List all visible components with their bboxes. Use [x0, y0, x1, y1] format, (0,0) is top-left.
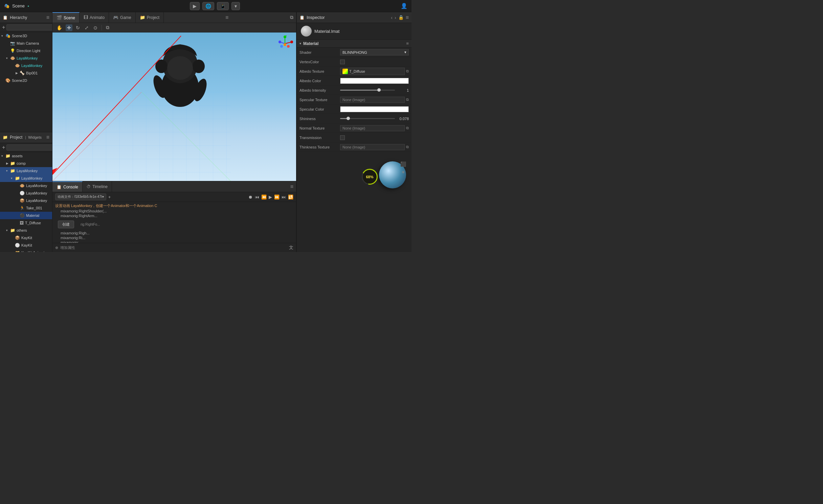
scene-viewport[interactable]: Y — [52, 32, 296, 181]
hierarchy-item-laya-monkey-child[interactable]: 🐵 LayaMonkey — [0, 62, 52, 69]
tab-scene[interactable]: 🎬 Scene — [52, 12, 80, 23]
timeline-add-button[interactable]: + — [108, 194, 111, 200]
hierarchy-item-direction-light[interactable]: 💡 Direction Light — [0, 47, 52, 54]
dropdown-button[interactable]: ▾ — [231, 2, 240, 10]
albedo-color-bar[interactable] — [340, 78, 409, 84]
bottom-tab-menu: ≡ — [290, 181, 296, 192]
hierarchy-item-scene3d[interactable]: ▾ 🎭 Scene3D — [0, 32, 52, 40]
wireframe-button[interactable]: ⬛ — [400, 161, 406, 167]
lighting-button[interactable]: ☀ — [400, 169, 406, 175]
project-item-layamonkey-subfolder[interactable]: ▾ 📁 LayaMonkey — [0, 175, 52, 182]
vertex-color-label: VertexColor — [299, 60, 340, 64]
assets-icon: 📁 — [5, 154, 10, 158]
console-tab-icon: 📋 — [57, 185, 62, 189]
normal-texture-value: None (Image) ⧉ — [340, 125, 409, 131]
project-item-kaykit1[interactable]: 📦 KayKit — [0, 234, 52, 242]
albedo-texture-field[interactable]: T_Diffuse — [340, 68, 405, 75]
tab-timeline[interactable]: ⏱ Timeline — [83, 181, 112, 192]
albedo-intensity-slider[interactable]: 1 — [340, 88, 409, 92]
timeline-record-button[interactable]: ⏺ — [248, 194, 253, 200]
timeline-start-button[interactable]: ⏮ — [255, 194, 259, 200]
specular-texture-field[interactable]: None (Image) — [340, 97, 405, 103]
project-menu-button[interactable]: ≡ — [46, 134, 49, 140]
tab-animato[interactable]: 🎞 Animato — [80, 12, 109, 23]
project-item-layamonkey-sphere[interactable]: ⚪ LayaMonkey — [0, 189, 52, 197]
project-item-tdiffuse[interactable]: 🖼 T_Diffuse — [0, 219, 52, 227]
project-item-material[interactable]: ⚫ Material — [0, 212, 52, 219]
translate-button[interactable]: 文 — [289, 245, 293, 251]
layafolder-label: LayaMonkey — [17, 169, 38, 173]
shininess-slider[interactable]: 0.078 — [340, 117, 409, 121]
project-item-layamonkey-folder[interactable]: ▾ 📁 LayaMonkey — [0, 167, 52, 175]
scene3d-icon: 🎭 — [5, 33, 10, 38]
timeline-prev-button[interactable]: ⏪ — [261, 194, 267, 200]
project-add-button[interactable]: + — [2, 144, 5, 151]
inspector-lock-button[interactable]: 🔒 — [398, 15, 404, 20]
tab-console[interactable]: 📋 Console — [52, 181, 83, 192]
thinkness-texture-link-icon[interactable]: ⧉ — [405, 145, 409, 149]
vertex-color-checkbox[interactable] — [340, 60, 345, 64]
console-line-2: mixamorig:RightArm... — [55, 214, 293, 218]
project-item-comp[interactable]: ▶ 📁 comp — [0, 160, 52, 167]
bottom-menu-button[interactable]: ≡ — [290, 184, 293, 190]
normal-texture-field[interactable]: None (Image) — [340, 125, 405, 131]
timeline-play-button[interactable]: ▶ — [269, 194, 272, 200]
camera-switch-button[interactable]: ⧉ — [290, 15, 293, 20]
shader-dropdown[interactable]: BLINNPHONG ▾ — [340, 49, 409, 55]
timeline-loop-button[interactable]: 🔁 — [288, 194, 293, 200]
device-button[interactable]: 📱 — [217, 2, 229, 10]
camera-view-button[interactable]: ⧉ — [105, 24, 111, 31]
material-section-menu-button[interactable]: ≡ — [406, 41, 409, 46]
rotate-tool-button[interactable]: ↻ — [74, 24, 81, 31]
specular-texture-link-icon[interactable]: ⧉ — [405, 97, 409, 102]
center-top: Y — [52, 32, 296, 252]
timeline-next-button[interactable]: ⏩ — [274, 194, 280, 200]
play-button[interactable]: ▶ — [190, 2, 200, 10]
hierarchy-menu-button[interactable]: ≡ — [46, 15, 49, 21]
main-layout: 📋 Hierarchy ≡ + ⧉ ▾ 🎭 Scene3D — [0, 12, 412, 252]
project-search-input[interactable] — [6, 144, 52, 151]
hierarchy-item-scene2d[interactable]: 🎨 Scene2D — [0, 77, 52, 84]
inspector-back-button[interactable]: ‹ — [391, 15, 393, 20]
scene3d-arrow: ▾ — [1, 34, 5, 38]
shader-label: Shader — [299, 50, 340, 54]
project-item-take001[interactable]: 🏃 Take_001 — [0, 204, 52, 212]
hierarchy-item-laya-monkey[interactable]: ▾ 🐵 LayaMonkey — [0, 54, 52, 62]
inspector-forward-button[interactable]: › — [395, 15, 396, 20]
project-item-kaykit2[interactable]: ⚪ KayKit — [0, 242, 52, 249]
hierarchy-search-input[interactable] — [6, 24, 52, 30]
inspector-menu-button[interactable]: ≡ — [406, 15, 409, 21]
create-button[interactable]: 创建 — [58, 221, 74, 228]
timeline-end-button[interactable]: ⏭ — [282, 194, 286, 200]
material-section-header[interactable]: ▾ Material ≡ — [297, 40, 412, 48]
shininess-thumb — [347, 117, 350, 120]
td-icon: 🖼 — [20, 221, 24, 225]
tab-game[interactable]: 🎮 Game — [109, 12, 136, 23]
hierarchy-item-main-camera[interactable]: 📷 Main Camera — [0, 40, 52, 47]
normal-texture-link-icon[interactable]: ⧉ — [405, 126, 409, 130]
project-item-layamonkey-box[interactable]: 📦 LayaMonkey — [0, 197, 52, 204]
game-tab-label: Game — [120, 15, 131, 20]
specular-color-bar[interactable] — [340, 106, 409, 112]
rect-tool-button[interactable]: ⊙ — [92, 24, 99, 31]
transmission-checkbox[interactable] — [340, 135, 345, 140]
timeline-file-dropdown[interactable]: 动画文件：f183e6b5-fe1e-47t▾ — [55, 193, 106, 200]
hierarchy-item-bip001[interactable]: ▶ 🦴 Bip001 — [0, 69, 52, 77]
albedo-texture-link-icon[interactable]: ⧉ — [405, 69, 409, 73]
project-item-layamonkey-mesh[interactable]: 🐵 LayaMonkey — [0, 182, 52, 189]
project-item-others[interactable]: ▾ 📁 others — [0, 227, 52, 234]
tab-project[interactable]: 📁 Project — [136, 12, 164, 23]
bottom-center: 📋 Console ⏱ Timeline ≡ 动画文件：f183e6b5-fe1… — [52, 181, 296, 252]
shader-value[interactable]: BLINNPHONG ▾ — [340, 49, 409, 55]
light-icon: 💡 — [10, 48, 15, 53]
globe-button[interactable]: 🌐 — [202, 2, 214, 10]
hand-tool-button[interactable]: ✋ — [55, 24, 64, 31]
scene-tab-menu-button[interactable]: ≡ — [225, 15, 228, 21]
project-item-assets[interactable]: ▾ 📁 assets — [0, 152, 52, 160]
hierarchy-add-button[interactable]: + — [2, 24, 5, 30]
project-item-kaykit-animated[interactable]: ▾ 📁 KayKit Animated Character_v1.1 — [0, 249, 52, 252]
scale-tool-button[interactable]: ⤢ — [83, 24, 90, 31]
move-tool-button[interactable]: ✛ — [66, 24, 72, 31]
kka-icon: 📁 — [15, 250, 20, 252]
thinkness-texture-field[interactable]: None (Image) — [340, 144, 405, 150]
